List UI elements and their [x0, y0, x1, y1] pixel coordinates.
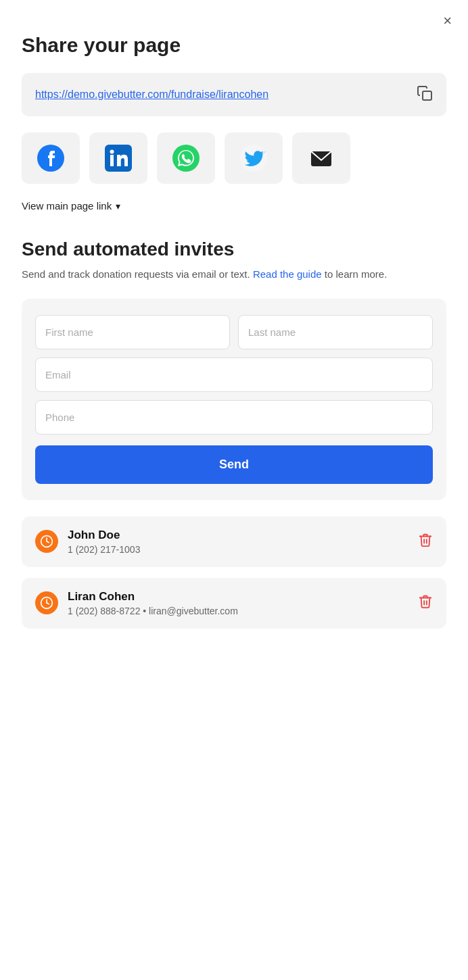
view-main-link-label: View main page link: [22, 200, 112, 212]
contact-name-0: John Doe: [68, 529, 140, 542]
contact-details-1: Liran Cohen 1 (202) 888-8722 • liran@giv…: [68, 590, 238, 616]
svg-point-5: [172, 145, 200, 172]
email-input[interactable]: [35, 358, 433, 392]
name-row: [35, 315, 433, 349]
svg-rect-0: [423, 91, 431, 100]
delete-contact-0[interactable]: [418, 533, 433, 551]
twitter-button[interactable]: [225, 132, 283, 184]
phone-input[interactable]: [35, 400, 433, 435]
url-box: https://demo.givebutter.com/fundraise/li…: [22, 73, 446, 116]
first-name-input[interactable]: [35, 315, 230, 349]
contact-name-1: Liran Cohen: [68, 590, 238, 604]
contact-info-0: 1 (202) 217-1003: [68, 544, 140, 555]
invite-form: Send: [22, 299, 446, 500]
delete-contact-1[interactable]: [418, 594, 433, 612]
view-main-page-link[interactable]: View main page link ▾: [22, 200, 120, 212]
close-icon: ×: [443, 12, 452, 29]
whatsapp-button[interactable]: [157, 132, 215, 184]
clock-icon-0: [35, 530, 58, 553]
svg-rect-3: [110, 155, 114, 166]
close-button[interactable]: ×: [443, 14, 452, 28]
email-row: [35, 358, 433, 392]
invite-section-desc: Send and track donation requests via ema…: [22, 267, 446, 283]
facebook-button[interactable]: [22, 132, 80, 184]
contact-details-0: John Doe 1 (202) 217-1003: [68, 529, 140, 555]
contact-info-1: 1 (202) 888-8722 • liran@givebutter.com: [68, 606, 238, 616]
contact-left-1: Liran Cohen 1 (202) 888-8722 • liran@giv…: [35, 590, 238, 616]
linkedin-button[interactable]: [89, 132, 147, 184]
svg-point-4: [110, 150, 114, 154]
social-buttons-row: [22, 132, 446, 184]
page-url-link[interactable]: https://demo.givebutter.com/fundraise/li…: [35, 89, 407, 101]
page-title: Share your page: [22, 34, 446, 57]
contact-card-1: Liran Cohen 1 (202) 888-8722 • liran@giv…: [22, 578, 446, 629]
clock-icon-1: [35, 591, 58, 614]
phone-row: [35, 400, 433, 435]
invite-section-title: Send automated invites: [22, 239, 446, 260]
email-button[interactable]: [292, 132, 350, 184]
read-guide-link[interactable]: Read the guide: [253, 268, 322, 280]
contact-card-0: John Doe 1 (202) 217-1003: [22, 516, 446, 567]
copy-icon[interactable]: [417, 85, 433, 104]
send-button[interactable]: Send: [35, 445, 433, 484]
chevron-down-icon: ▾: [116, 201, 120, 212]
last-name-input[interactable]: [238, 315, 433, 349]
contact-left-0: John Doe 1 (202) 217-1003: [35, 529, 140, 555]
